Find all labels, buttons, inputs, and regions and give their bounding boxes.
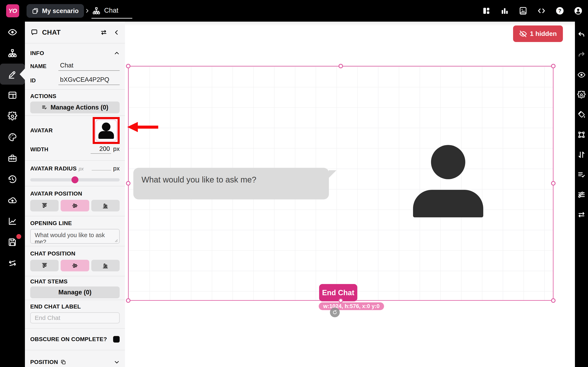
action-list-check-icon[interactable]: [575, 165, 588, 185]
avatar-radius-hint: px: [79, 166, 84, 172]
name-label: NAME: [30, 63, 58, 69]
avatar-width-input[interactable]: 200: [91, 145, 111, 154]
section-avatar-position: AVATAR POSITION: [25, 186, 125, 216]
selection-handle-top-right[interactable]: [551, 64, 555, 68]
swap-horizontal-icon[interactable]: [575, 205, 588, 225]
copy-icon[interactable]: [61, 359, 66, 365]
right-toolbar: [575, 22, 588, 367]
eye-off-icon: [519, 30, 527, 38]
avatar-align-middle-button[interactable]: [61, 200, 89, 211]
chat-align-top-button[interactable]: [30, 260, 59, 271]
hidden-elements-label: 1 hidden: [530, 30, 557, 38]
section-chat-position: CHAT POSITION: [25, 246, 125, 276]
node-name-input[interactable]: Chat: [104, 7, 118, 15]
brand-logo[interactable]: YO: [6, 4, 19, 17]
bar-chart-icon[interactable]: [500, 6, 509, 15]
sitemap-icon: [92, 7, 100, 15]
avatar-align-bottom-button[interactable]: [91, 200, 120, 211]
history-icon[interactable]: [0, 169, 25, 190]
id-label: ID: [30, 77, 58, 84]
redo-icon[interactable]: [575, 45, 588, 65]
opening-line-textarea[interactable]: What would you like to ask me?: [30, 229, 120, 244]
end-chat-button[interactable]: End Chat: [319, 284, 357, 301]
chat-node-selection[interactable]: What would you like to ask me? End Chat: [128, 66, 553, 301]
chevron-up-icon[interactable]: [114, 50, 120, 56]
compare-swap-icon[interactable]: [0, 253, 25, 274]
hidden-elements-button[interactable]: 1 hidden: [513, 25, 563, 42]
apps-grid-icon[interactable]: [482, 6, 491, 15]
transform-box-icon[interactable]: [575, 125, 588, 145]
swap-node-icon[interactable]: [100, 29, 107, 36]
swap-vertical-icon[interactable]: [575, 145, 588, 165]
avatar-radius-input[interactable]: [92, 164, 111, 170]
bubble-text: What would you like to ask me?: [141, 175, 256, 184]
undo-icon[interactable]: [575, 25, 588, 45]
panel-header: CHAT: [25, 22, 125, 43]
fill-bucket-icon[interactable]: [575, 105, 588, 125]
properties-panel: CHAT INFO NAME Chat ID bXGvCEA4P2: [25, 22, 125, 367]
collapse-panel-icon[interactable]: [113, 29, 120, 35]
avatar-figure-head: [431, 145, 465, 179]
panel-title: CHAT: [42, 29, 61, 36]
help-icon[interactable]: ?: [555, 6, 564, 15]
obscure-heading: OBSCURE ON COMPLETE?: [30, 336, 107, 342]
analytics-icon[interactable]: [0, 211, 25, 232]
slider-knob[interactable]: [71, 176, 78, 183]
rotate-handle[interactable]: [330, 308, 340, 317]
chat-opening-bubble[interactable]: What would you like to ask me?: [133, 168, 329, 200]
selection-handle-middle-left[interactable]: [126, 181, 130, 185]
chevron-down-icon[interactable]: [114, 359, 120, 365]
edit-tool-icon-active[interactable]: [0, 64, 25, 85]
manage-stems-label: Manage (0): [58, 289, 91, 296]
topbar: YO My scenario Chat: [0, 0, 588, 22]
chat-avatar-figure[interactable]: [413, 145, 483, 217]
avatar-radius-heading: AVATAR RADIUS: [30, 165, 77, 172]
avatar-picker-button[interactable]: [95, 119, 117, 142]
avatar-align-top-button[interactable]: [30, 200, 59, 211]
resize-grip-icon[interactable]: [113, 238, 118, 242]
avatar-radius-slider[interactable]: [30, 176, 120, 183]
selection-handle-top-left[interactable]: [126, 64, 130, 68]
preview-eye-icon[interactable]: [0, 22, 25, 43]
id-input[interactable]: bXGvCEA4P2PQ: [58, 76, 120, 85]
avatar-heading: AVATAR: [30, 127, 53, 134]
selection-handle-bottom-right[interactable]: [551, 298, 555, 303]
chat-align-middle-button[interactable]: [61, 260, 89, 271]
section-chat-stems: CHAT STEMS Manage (0): [25, 276, 125, 300]
filters-sliders-icon[interactable]: [575, 185, 588, 205]
selection-handle-bottom-left[interactable]: [126, 298, 130, 303]
code-icon[interactable]: [537, 6, 546, 15]
opening-line-wrap: What would you like to ask me?: [30, 226, 120, 244]
name-row: NAME Chat: [30, 62, 120, 71]
avatar-radius-heading-row: AVATAR RADIUS px px: [30, 164, 120, 172]
scenario-map-icon[interactable]: [0, 43, 25, 64]
selection-handle-middle-right[interactable]: [551, 181, 555, 185]
selection-handle-bottom-middle[interactable]: [338, 298, 343, 303]
obscure-checkbox[interactable]: [113, 336, 120, 342]
section-opening-line: OPENING LINE What would you like to ask …: [25, 216, 125, 246]
manage-actions-button[interactable]: Manage Actions (0): [30, 101, 120, 113]
toolbox-icon[interactable]: [0, 148, 25, 169]
manage-stems-button[interactable]: Manage (0): [30, 286, 120, 298]
section-end-chat-label: END CHAT LABEL: [25, 300, 125, 329]
palette-icon[interactable]: [0, 127, 25, 148]
editor-canvas[interactable]: 1 hidden What would you like to ask me? …: [125, 22, 575, 367]
chat-align-bottom-button[interactable]: [91, 260, 120, 271]
unsaved-changes-dot: [16, 234, 21, 239]
name-input[interactable]: Chat: [58, 62, 120, 71]
info-heading-row[interactable]: INFO: [30, 50, 120, 57]
avatar-radius-unit: px: [113, 165, 120, 172]
layout-icon[interactable]: [0, 85, 25, 106]
settings-gear-icon[interactable]: [0, 106, 25, 127]
width-unit: px: [113, 145, 120, 152]
opening-line-heading: OPENING LINE: [30, 220, 120, 226]
save-icon[interactable]: [0, 232, 25, 253]
breadcrumb-scenario-chip[interactable]: My scenario: [26, 4, 84, 18]
element-settings-gear-icon[interactable]: [575, 85, 588, 105]
cloud-upload-icon[interactable]: [0, 190, 25, 211]
media-library-icon[interactable]: [519, 6, 527, 15]
end-chat-label-input[interactable]: [30, 312, 120, 323]
account-icon[interactable]: [574, 6, 583, 15]
selection-handle-top-middle[interactable]: [338, 64, 343, 68]
visibility-eye-icon[interactable]: [575, 65, 588, 85]
